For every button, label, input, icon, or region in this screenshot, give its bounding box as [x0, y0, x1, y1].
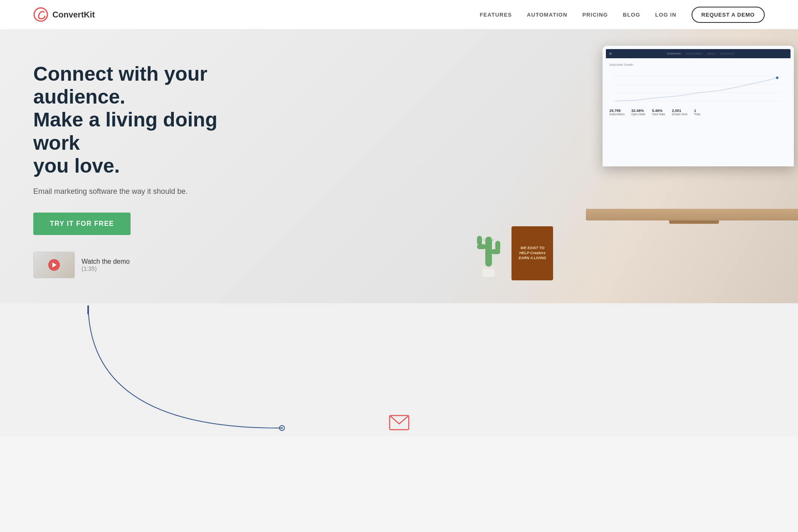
cactus-icon [472, 228, 505, 278]
laptop-screen: DASHBOARD SUBSCRIBERS EMAILS SEQUENCES S… [603, 46, 794, 166]
logo-area[interactable]: ConvertKit [33, 7, 95, 22]
headline-line3: you love. [33, 155, 120, 177]
play-icon [52, 262, 57, 267]
try-free-button[interactable]: TRY IT FOR FREE [33, 213, 131, 235]
laptop-mockup: DASHBOARD SUBSCRIBERS EMAILS SEQUENCES S… [578, 46, 798, 220]
stat-total: 1 Total [694, 109, 700, 116]
screen-title: Subscriber Growth [609, 63, 787, 66]
svg-line-13 [483, 239, 485, 241]
mail-icon-area [389, 415, 410, 432]
stat-click-rate: 5.46% Click Rate [652, 109, 665, 116]
screen-stats: 19,799 Subscribers 32.46% Open Rate 5.46… [609, 109, 787, 116]
screen-nav-item-4: SEQUENCES [720, 52, 734, 55]
demo-thumbnail-inner [34, 252, 74, 278]
hero-subtext: Email marketing software the way it shou… [33, 187, 405, 196]
demo-thumbnail[interactable] [33, 252, 75, 278]
nav-login[interactable]: LOG IN [655, 12, 677, 18]
headline-line1: Connect with your audience. [33, 63, 208, 108]
svg-rect-12 [495, 241, 500, 251]
logo-text: ConvertKit [52, 10, 95, 20]
play-button[interactable] [48, 259, 60, 271]
svg-rect-6 [482, 268, 495, 277]
svg-rect-8 [485, 237, 492, 267]
svg-rect-10 [477, 236, 482, 245]
main-nav: FEATURES AUTOMATION PRICING BLOG LOG IN … [480, 7, 765, 23]
hero-right: DASHBOARD SUBSCRIBERS EMAILS SEQUENCES S… [439, 29, 798, 303]
laptop-base [586, 209, 798, 220]
demo-duration: (1:35) [82, 265, 130, 272]
hero-headline: Connect with your audience. Make a livin… [33, 62, 250, 177]
mail-icon [389, 415, 410, 431]
logo-icon [33, 7, 48, 22]
svg-rect-9 [477, 244, 486, 249]
hero-left: Connect with your audience. Make a livin… [0, 29, 439, 303]
headline-line2: Make a living doing work [33, 109, 217, 153]
screen-nav-item: DASHBOARD [667, 52, 681, 55]
nav-pricing[interactable]: PRICING [582, 12, 608, 18]
chart-svg [609, 68, 787, 105]
svg-point-5 [776, 77, 778, 79]
screen-header: DASHBOARD SUBSCRIBERS EMAILS SEQUENCES [606, 49, 791, 58]
demo-label: Watch the demo [82, 258, 130, 265]
stat-open-rate: 32.46% Open Rate [631, 109, 645, 116]
nav-blog[interactable]: BLOG [623, 12, 640, 18]
sign-board: WE EXIST TO HELP Creators EARN A LIVING [511, 226, 553, 280]
screen-content: Subscriber Growth [606, 60, 791, 162]
svg-line-14 [492, 239, 494, 241]
laptop-screen-inner: DASHBOARD SUBSCRIBERS EMAILS SEQUENCES S… [603, 46, 794, 166]
site-header: ConvertKit FEATURES AUTOMATION PRICING B… [0, 0, 798, 29]
nav-automation[interactable]: AUTOMATION [527, 12, 567, 18]
svg-rect-15 [87, 305, 89, 314]
request-demo-button[interactable]: REQUEST A DEMO [692, 7, 765, 23]
demo-text: Watch the demo (1:35) [82, 258, 130, 272]
stat-subscribers: 19,799 Subscribers [609, 109, 625, 116]
screen-nav-item-2: SUBSCRIBERS [686, 52, 702, 55]
screen-dot-1 [609, 52, 612, 55]
svg-point-17 [281, 427, 283, 429]
curve-section [0, 303, 798, 436]
watch-demo[interactable]: Watch the demo (1:35) [33, 252, 405, 278]
svg-point-16 [279, 426, 284, 431]
hero-section: Connect with your audience. Make a livin… [0, 29, 798, 303]
screen-nav-item-3: EMAILS [707, 52, 716, 55]
stat-emails-sent: 2,001 Emails Sent [672, 109, 687, 116]
nav-features[interactable]: FEATURES [480, 12, 512, 18]
